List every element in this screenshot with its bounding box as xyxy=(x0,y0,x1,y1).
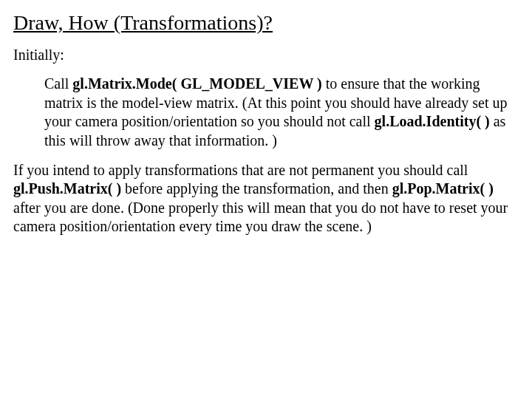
slide-title: Draw, How (Transformations)? xyxy=(13,10,519,35)
indented-paragraph: Call gl.Matrix.Mode( GL_MODEL_VIEW ) to … xyxy=(13,75,519,150)
initially-label: Initially: xyxy=(13,46,519,65)
code-loadidentity: gl.Load.Identity( ) xyxy=(375,113,490,129)
text-run: Call xyxy=(44,75,72,92)
text-run: before applying the transformation, and … xyxy=(121,180,392,197)
text-run: after you are done. (Done properly this … xyxy=(13,200,508,235)
code-popmatrix: gl.Pop.Matrix( ) xyxy=(392,180,494,197)
text-run: If you intend to apply transformations t… xyxy=(13,162,468,178)
code-pushmatrix: gl.Push.Matrix( ) xyxy=(13,180,121,197)
body-paragraph: If you intend to apply transformations t… xyxy=(13,161,519,236)
code-matrixmode: gl.Matrix.Mode( GL_MODEL_VIEW ) xyxy=(72,75,321,92)
